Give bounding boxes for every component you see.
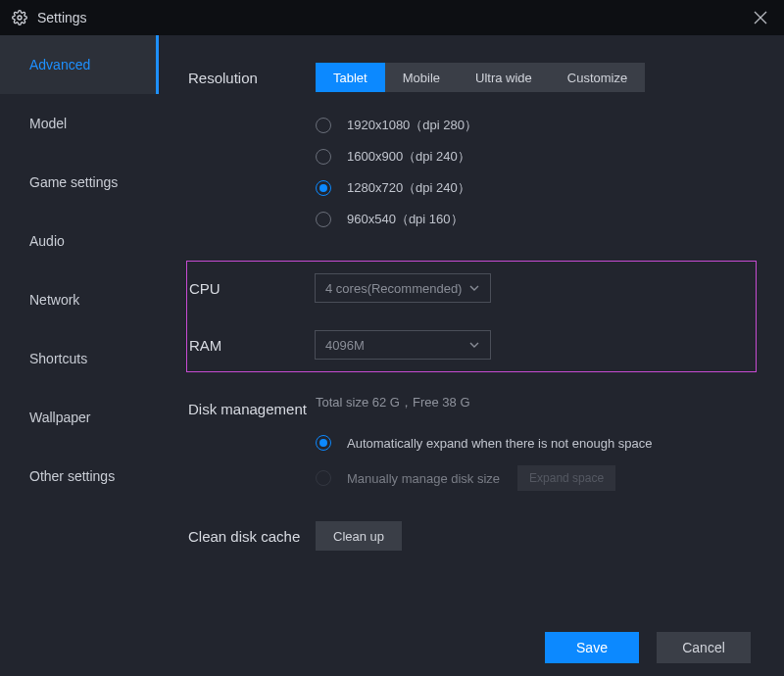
radio-icon bbox=[316, 435, 331, 451]
select-value: 4096M bbox=[325, 338, 365, 353]
radio-icon bbox=[316, 180, 331, 196]
window-title: Settings bbox=[37, 10, 87, 25]
radio-icon bbox=[316, 212, 331, 227]
disk-label: Disk management bbox=[188, 394, 316, 419]
section-disk: Disk management Total size 62 G，Free 38 … bbox=[188, 394, 757, 496]
section-resolution: Resolution Tablet Mobile Ultra wide Cust… bbox=[188, 63, 757, 235]
sidebar-item-label: Game settings bbox=[29, 174, 118, 190]
close-icon[interactable] bbox=[749, 6, 772, 29]
ram-select[interactable]: 4096M bbox=[315, 330, 491, 360]
tab-label: Ultra wide bbox=[475, 71, 532, 85]
sidebar-item-wallpaper[interactable]: Wallpaper bbox=[0, 388, 159, 447]
disk-info: Total size 62 G，Free 38 G bbox=[316, 394, 757, 411]
content: Resolution Tablet Mobile Ultra wide Cust… bbox=[159, 35, 784, 676]
radio-label: Automatically expand when there is not e… bbox=[347, 436, 652, 451]
resolution-label: Resolution bbox=[188, 63, 316, 88]
sidebar-item-label: Network bbox=[29, 292, 79, 308]
sidebar-item-advanced[interactable]: Advanced bbox=[0, 35, 159, 94]
sidebar: Advanced Model Game settings Audio Netwo… bbox=[0, 35, 159, 676]
radio-icon bbox=[316, 149, 331, 165]
gear-icon bbox=[12, 10, 27, 25]
tab-label: Tablet bbox=[333, 71, 368, 85]
resolution-option-1920x1080[interactable]: 1920x1080（dpi 280） bbox=[316, 110, 757, 141]
clean-label: Clean disk cache bbox=[188, 521, 316, 547]
ram-label: RAM bbox=[187, 330, 315, 356]
sidebar-item-label: Audio bbox=[29, 233, 65, 249]
radio-label: 1920x1080（dpi 280） bbox=[347, 117, 477, 134]
footer: Save Cancel bbox=[159, 619, 784, 676]
tab-label: Mobile bbox=[403, 71, 440, 85]
cpu-ram-highlight: CPU 4 cores(Recommended) RAM 4096M bbox=[186, 261, 757, 372]
sidebar-item-label: Wallpaper bbox=[29, 410, 91, 425]
radio-icon bbox=[316, 118, 331, 133]
cpu-select[interactable]: 4 cores(Recommended) bbox=[315, 273, 491, 303]
select-value: 4 cores(Recommended) bbox=[325, 281, 462, 296]
sidebar-item-label: Model bbox=[29, 116, 67, 131]
sidebar-item-network[interactable]: Network bbox=[0, 270, 159, 329]
radio-label: Manually manage disk size bbox=[347, 471, 500, 486]
clean-up-button[interactable]: Clean up bbox=[316, 521, 402, 551]
chevron-down-icon bbox=[468, 282, 480, 294]
radio-icon bbox=[316, 470, 331, 486]
section-clean: Clean disk cache Clean up bbox=[188, 521, 757, 551]
radio-label: 960x540（dpi 160） bbox=[347, 211, 464, 228]
disk-option-auto[interactable]: Automatically expand when there is not e… bbox=[316, 425, 757, 460]
resolution-option-1600x900[interactable]: 1600x900（dpi 240） bbox=[316, 141, 757, 172]
chevron-down-icon bbox=[468, 339, 480, 351]
section-ram: RAM 4096M bbox=[187, 330, 756, 360]
tab-mobile[interactable]: Mobile bbox=[385, 63, 458, 92]
tab-ultra-wide[interactable]: Ultra wide bbox=[458, 63, 550, 92]
button-label: Clean up bbox=[333, 529, 384, 544]
sidebar-item-label: Other settings bbox=[29, 468, 115, 484]
svg-point-0 bbox=[18, 16, 22, 20]
disk-option-manual[interactable]: Manually manage disk size Expand space bbox=[316, 460, 757, 496]
sidebar-item-model[interactable]: Model bbox=[0, 94, 159, 153]
cpu-label: CPU bbox=[187, 273, 315, 299]
button-label: Save bbox=[576, 640, 608, 655]
titlebar: Settings bbox=[0, 0, 784, 35]
sidebar-item-game-settings[interactable]: Game settings bbox=[0, 153, 159, 212]
tab-tablet[interactable]: Tablet bbox=[316, 63, 385, 92]
radio-label: 1600x900（dpi 240） bbox=[347, 148, 470, 166]
sidebar-item-shortcuts[interactable]: Shortcuts bbox=[0, 329, 159, 388]
tab-customize[interactable]: Customize bbox=[550, 63, 645, 92]
tab-label: Customize bbox=[567, 71, 627, 85]
resolution-radio-list: 1920x1080（dpi 280） 1600x900（dpi 240） 128… bbox=[316, 110, 757, 235]
sidebar-item-label: Shortcuts bbox=[29, 351, 87, 366]
radio-label: 1280x720（dpi 240） bbox=[347, 179, 470, 197]
save-button[interactable]: Save bbox=[545, 632, 639, 663]
sidebar-item-other-settings[interactable]: Other settings bbox=[0, 447, 159, 506]
resolution-option-960x540[interactable]: 960x540（dpi 160） bbox=[316, 204, 757, 235]
resolution-tabs: Tablet Mobile Ultra wide Customize bbox=[316, 63, 645, 92]
section-cpu: CPU 4 cores(Recommended) bbox=[187, 273, 756, 303]
sidebar-item-label: Advanced bbox=[29, 57, 90, 72]
button-label: Cancel bbox=[682, 640, 725, 655]
expand-space-button: Expand space bbox=[517, 465, 615, 491]
sidebar-item-audio[interactable]: Audio bbox=[0, 212, 159, 270]
cancel-button[interactable]: Cancel bbox=[657, 632, 751, 663]
resolution-option-1280x720[interactable]: 1280x720（dpi 240） bbox=[316, 172, 757, 204]
